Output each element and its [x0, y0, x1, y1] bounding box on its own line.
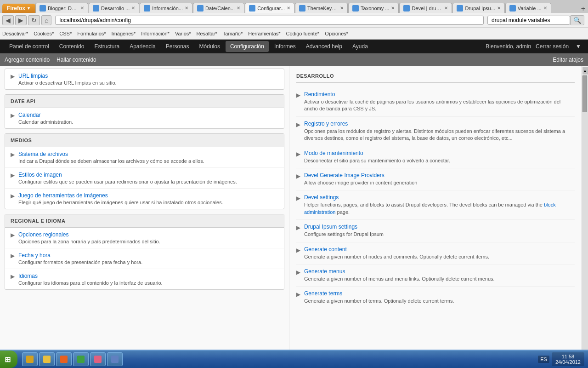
search-bar[interactable] [487, 16, 570, 25]
taskbar-item-app6[interactable] [107, 352, 123, 366]
tab-close-button[interactable]: ✕ [444, 6, 448, 11]
tab-favicon [509, 5, 516, 12]
taskbar-item-firefox[interactable] [56, 352, 72, 366]
drupal-nav-item-4[interactable]: Personas [161, 41, 194, 52]
toolbar-item-1[interactable]: Cookies* [34, 31, 54, 36]
toolbar-item-6[interactable]: Varios* [175, 31, 191, 36]
opciones-link[interactable]: Opciones regionales [18, 231, 160, 238]
scroll-track[interactable] [582, 75, 588, 359]
drupal-nav-item-6[interactable]: Configuración [226, 41, 269, 52]
clock-time: 11:58 [555, 354, 581, 359]
arrow-icon: ▶ [11, 172, 15, 178]
idiomas-link[interactable]: Idiomas [18, 273, 163, 279]
toolbar-item-5[interactable]: Información* [141, 31, 170, 36]
tab-close-button[interactable]: ✕ [543, 6, 547, 11]
browser-tab-9[interactable]: Drupal Ipsu...✕ [452, 3, 504, 13]
dev-title-1[interactable]: Registro y errores [304, 121, 575, 127]
drupal-nav-item-1[interactable]: Contenido [55, 41, 89, 52]
start-button[interactable]: ⊞ [0, 351, 17, 368]
browser-tab-6[interactable]: ThemeKey |...✕ [295, 3, 348, 13]
forward-button[interactable]: ▶ [15, 15, 27, 25]
toolbar-item-11[interactable]: Opciones* [325, 31, 348, 36]
scroll-up[interactable]: ▲ [582, 67, 588, 75]
archivos-link[interactable]: Sistema de archivos [18, 151, 204, 157]
browser-tab-4[interactable]: Date/Calen...✕ [193, 3, 244, 13]
idiomas-item: ▶ Idiomas Configurar los idiomas para el… [5, 269, 284, 289]
dev-title-4[interactable]: Devel settings [304, 194, 575, 201]
fecha-link[interactable]: Fecha y hora [18, 252, 142, 259]
tab-close-button[interactable]: ✕ [497, 6, 501, 11]
tab-close-button[interactable]: ✕ [80, 6, 84, 11]
shortcut-add-content[interactable]: Agregar contenido [5, 57, 50, 63]
refresh-button[interactable]: ↻ [28, 15, 40, 25]
browser-tab-5[interactable]: Configurar...✕ [245, 3, 294, 13]
browser-tab-7[interactable]: Taxonomy ...✕ [348, 3, 399, 13]
browser-tab-8[interactable]: Devel | drup...✕ [399, 3, 452, 13]
drupal-nav-item-9[interactable]: Ayuda [348, 41, 373, 52]
tab-close-button[interactable]: ✕ [340, 6, 344, 11]
dev-title-7[interactable]: Generate menus [304, 268, 495, 275]
estilos-desc: Configurar estilos que se pueden usar pa… [18, 179, 237, 184]
logout-link[interactable]: Cerrar sesión [536, 43, 569, 50]
dev-title-2[interactable]: Modo de mantenimiento [304, 150, 450, 156]
toolbar-item-2[interactable]: CSS* [59, 31, 72, 36]
tab-close-button[interactable]: ✕ [131, 6, 135, 11]
tab-close-button[interactable]: ✕ [237, 6, 240, 11]
toolbar-item-7[interactable]: Resaltar* [197, 31, 217, 36]
arrow-icon: ▶ [11, 193, 15, 199]
firefox-menu-button[interactable]: Firefox ▼ [2, 4, 35, 13]
drupal-nav-item-0[interactable]: Panel de control [5, 41, 54, 52]
toolbar-item-4[interactable]: Imágenes* [112, 31, 136, 36]
taskbar: ⊞ ES 11:58 24/04/2012 [0, 350, 588, 368]
calendar-link[interactable]: Calendar [18, 112, 73, 118]
url-limpias-link[interactable]: URL limpias [18, 73, 117, 79]
search-button[interactable]: 🔍 [570, 15, 584, 25]
browser-tab-2[interactable]: Desarrollo ...✕ [89, 3, 139, 13]
toolbar-item-10[interactable]: Código fuente* [286, 31, 320, 36]
shortcut-find-content[interactable]: Hallar contenido [57, 57, 96, 63]
browser-tab-10[interactable]: Variable ...✕ [505, 3, 551, 13]
date-api-card: DATE API ▶ Calendar Calendar administrat… [5, 94, 284, 129]
toolbar-item-8[interactable]: Tamaño* [223, 31, 243, 36]
tab-close-button[interactable]: ✕ [391, 6, 395, 11]
browser-tab-1[interactable]: Blogger: De...✕ [35, 3, 88, 13]
archivos-item: ▶ Sistema de archivos Indicar a Drupal d… [5, 147, 284, 168]
back-button[interactable]: ◀ [2, 15, 14, 25]
fecha-item: ▶ Fecha y hora Configurar formatos de pr… [5, 248, 284, 269]
browser-tab-3[interactable]: Información...✕ [140, 3, 192, 13]
tab-close-button[interactable]: ✕ [287, 6, 290, 11]
address-bar[interactable] [55, 16, 484, 25]
drupal-nav-item-3[interactable]: Apariencia [125, 41, 160, 52]
taskbar-item-app4[interactable] [73, 352, 89, 366]
drupal-nav-item-2[interactable]: Estructura [90, 41, 124, 52]
toolbar-item-3[interactable]: Formularios* [77, 31, 106, 36]
expand-button[interactable]: ▼ [573, 43, 583, 50]
toolbar-item-9[interactable]: Herramientas* [248, 31, 280, 36]
arrow-icon: ▶ [296, 224, 300, 231]
dev-title-3[interactable]: Devel Generate Image Providers [304, 172, 417, 178]
drupal-nav-item-5[interactable]: Módulos [195, 41, 225, 52]
home-button[interactable]: ⌂ [41, 15, 51, 25]
toolbar-item-0[interactable]: Desactivar* [2, 31, 28, 36]
new-tab-button[interactable]: + [578, 5, 588, 13]
taskbar-item-docs[interactable] [39, 352, 55, 366]
juego-link[interactable]: Juego de herramientas de imágenes [18, 192, 223, 199]
estilos-link[interactable]: Estilos de imagen [18, 172, 237, 178]
opciones-desc: Opciones para la zona horaria y país pre… [18, 239, 160, 244]
taskbar-item-explorer[interactable] [22, 352, 38, 366]
scroll-thumb[interactable] [582, 75, 587, 112]
scrollbar[interactable]: ▲ ▼ [582, 66, 588, 368]
dev-item-0: ▶ Rendimiento Activar o desactivar la ca… [296, 87, 575, 117]
dev-title-0[interactable]: Rendimiento [304, 91, 575, 98]
edit-shortcuts-link[interactable]: Editar atajos [553, 57, 583, 63]
drupal-nav-item-8[interactable]: Advanced help [301, 41, 347, 52]
dev-title-5[interactable]: Drupal Ipsum settings [304, 224, 384, 230]
dev-item-2: ▶ Modo de mantenimiento Desconectar el s… [296, 146, 575, 168]
dev-title-6[interactable]: Generate content [304, 246, 489, 253]
medios-header: MEDIOS [5, 134, 284, 147]
dev-title-8[interactable]: Generate terms [304, 290, 454, 297]
taskbar-item-app5[interactable] [90, 352, 106, 366]
drupal-nav-item-7[interactable]: Informes [270, 41, 300, 52]
tab-close-button[interactable]: ✕ [185, 6, 188, 11]
block-admin-link[interactable]: block administration [304, 202, 556, 214]
